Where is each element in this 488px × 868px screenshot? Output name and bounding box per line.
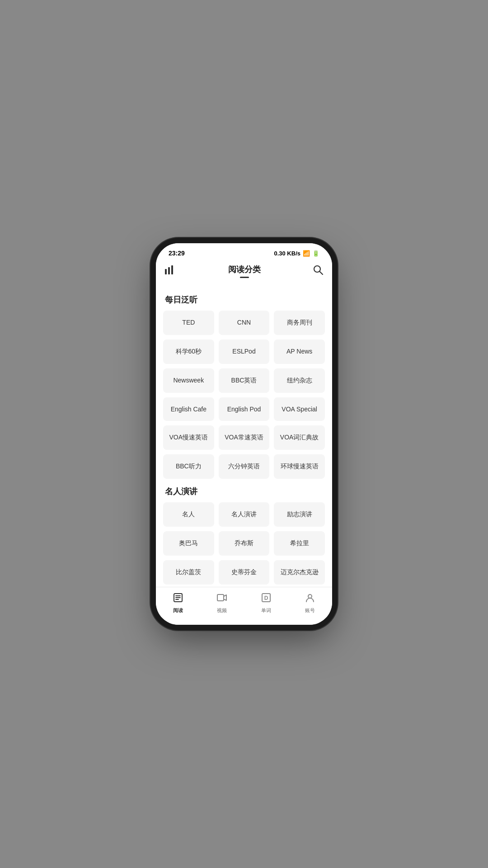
svg-line-4 [320,271,323,274]
nav-item-account[interactable]: 账号 [288,591,333,616]
grid-item-celebrity-speeches-5[interactable]: 希拉里 [274,531,325,556]
network-speed: 0.30 KB/s [274,250,300,257]
nav-item-reading[interactable]: 阅读 [156,591,200,616]
status-icons: 0.30 KB/s 📶 🔋 [274,250,319,257]
grid-item-daily-listening-16[interactable]: 六分钟英语 [219,454,270,479]
grid-item-daily-listening-8[interactable]: 纽约杂志 [274,368,325,393]
svg-point-13 [308,594,312,598]
grid-item-daily-listening-5[interactable]: AP News [274,340,325,364]
grid-item-daily-listening-17[interactable]: 环球慢速英语 [274,454,325,479]
nav-label-account: 账号 [305,607,315,614]
grid-item-daily-listening-2[interactable]: 商务周刊 [274,311,325,335]
nav-label-reading: 阅读 [173,607,183,614]
video-icon [217,593,227,605]
battery-icon: 🔋 [312,250,319,257]
grid-item-daily-listening-9[interactable]: English Cafe [163,397,214,421]
bottom-navigation: 阅读 视频 D 单词 [156,587,332,625]
nav-label-video: 视频 [217,607,227,614]
account-icon [305,593,315,605]
section-title-celebrity-speeches: 名人演讲 [165,486,325,497]
grid-item-daily-listening-0[interactable]: TED [163,311,214,335]
stats-icon[interactable] [165,265,176,277]
grid-item-daily-listening-11[interactable]: VOA Special [274,397,325,421]
grid-item-daily-listening-15[interactable]: BBC听力 [163,454,214,479]
grid-daily-listening: TEDCNN商务周刊科学60秒ESLPodAP NewsNewsweekBBC英… [163,311,325,479]
svg-rect-1 [168,267,170,274]
content-area: 每日泛听TEDCNN商务周刊科学60秒ESLPodAP NewsNewsweek… [156,283,332,587]
words-icon: D [261,593,271,605]
svg-rect-9 [217,594,224,601]
svg-marker-10 [224,595,226,600]
status-bar: 23:29 0.30 KB/s 📶 🔋 [156,243,332,260]
nav-label-words: 单词 [261,607,271,614]
grid-item-celebrity-speeches-0[interactable]: 名人 [163,502,214,527]
wifi-icon: 📶 [303,250,310,257]
header: 阅读分类 [156,260,332,283]
grid-item-celebrity-speeches-3[interactable]: 奥巴马 [163,531,214,556]
phone-container: 23:29 0.30 KB/s 📶 🔋 阅读分类 每日泛听TEDCNN商务周刊科… [156,243,332,625]
grid-item-daily-listening-12[interactable]: VOA慢速英语 [163,425,214,450]
grid-item-daily-listening-6[interactable]: Newsweek [163,368,214,393]
reading-icon [173,593,183,605]
nav-item-words[interactable]: D 单词 [244,591,288,616]
grid-item-daily-listening-14[interactable]: VOA词汇典故 [274,425,325,450]
grid-item-celebrity-speeches-8[interactable]: 迈克尔杰克逊 [274,560,325,585]
section-title-daily-listening: 每日泛听 [165,294,325,305]
svg-rect-2 [171,265,173,274]
grid-item-celebrity-speeches-2[interactable]: 励志演讲 [274,502,325,527]
page-title: 阅读分类 [228,264,261,278]
nav-item-video[interactable]: 视频 [200,591,244,616]
grid-item-daily-listening-7[interactable]: BBC英语 [219,368,270,393]
svg-rect-0 [165,269,167,274]
grid-celebrity-speeches: 名人名人演讲励志演讲奥巴马乔布斯希拉里比尔盖茨史蒂芬金迈克尔杰克逊霍金莫扎特扎克… [163,502,325,587]
grid-item-daily-listening-3[interactable]: 科学60秒 [163,340,214,364]
grid-item-celebrity-speeches-6[interactable]: 比尔盖茨 [163,560,214,585]
grid-item-daily-listening-4[interactable]: ESLPod [219,340,270,364]
grid-item-celebrity-speeches-7[interactable]: 史蒂芬金 [219,560,270,585]
status-time: 23:29 [169,250,185,257]
svg-text:D: D [264,595,268,601]
grid-item-celebrity-speeches-1[interactable]: 名人演讲 [219,502,270,527]
grid-item-celebrity-speeches-4[interactable]: 乔布斯 [219,531,270,556]
grid-item-daily-listening-10[interactable]: English Pod [219,397,270,421]
grid-item-daily-listening-13[interactable]: VOA常速英语 [219,425,270,450]
search-button[interactable] [313,265,323,278]
grid-item-daily-listening-1[interactable]: CNN [219,311,270,335]
